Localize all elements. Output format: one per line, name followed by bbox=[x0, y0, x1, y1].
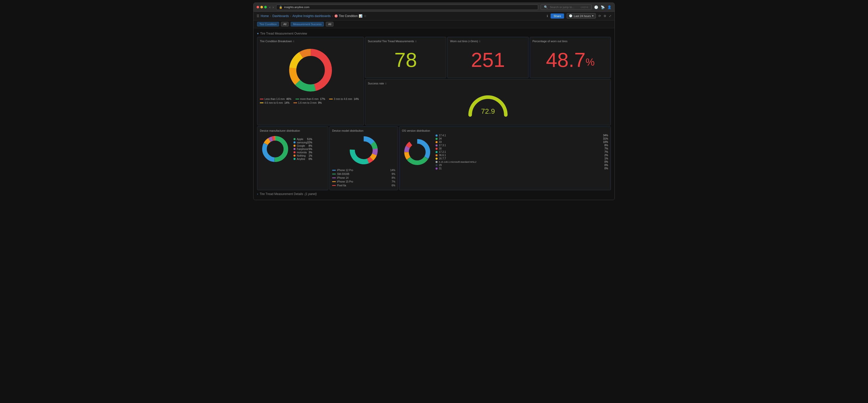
dashboards-link[interactable]: Dashboards bbox=[272, 14, 289, 18]
model-pct-5: 6% bbox=[392, 184, 395, 187]
filter-all-2[interactable]: All bbox=[326, 22, 334, 27]
percentage-worn-panel: Percentage of worn out tires 48.7 % bbox=[530, 37, 611, 78]
mfr-pct-samsung: 32% bbox=[307, 141, 312, 144]
model-color-3 bbox=[332, 177, 336, 178]
device-model-panel: Device model distribution bbox=[330, 126, 398, 190]
legend-color-5 bbox=[293, 102, 297, 103]
successful-measurements-value: 78 bbox=[368, 45, 443, 75]
mfr-pct-apple: 51% bbox=[307, 138, 312, 141]
os-legend: 17.4.1 34% 34 31% 33 10% 17.3.1 bbox=[436, 134, 608, 170]
mfr-dot-motorola bbox=[293, 151, 296, 153]
legend-item-2: more than 6 mm 17% bbox=[296, 98, 325, 100]
legend-item-5: 1.6 mm to 3 mm 9% bbox=[293, 101, 322, 104]
model-label-1: iPhone 12 Pro bbox=[337, 169, 353, 172]
mfr-inner bbox=[268, 141, 283, 157]
mfr-row-nothing: Nothing 1% bbox=[293, 154, 312, 157]
filter-tire-condition[interactable]: Tire Condition bbox=[257, 22, 279, 27]
browser-actions: 🕐 📡 👤 bbox=[594, 5, 612, 9]
os-row-9: 5.15.146.1-microsoft-standard-WSL2 0% bbox=[436, 160, 608, 164]
settings-icon[interactable]: ⚙ bbox=[603, 14, 606, 18]
sep1: › bbox=[270, 14, 271, 18]
legend-pct-2: 17% bbox=[320, 98, 325, 100]
star-icon[interactable]: ☆ bbox=[364, 14, 367, 18]
model-row-5: Pixel 6a 6% bbox=[332, 183, 395, 188]
mfr-dot-google bbox=[293, 145, 296, 147]
info-icon-breakdown[interactable]: ℹ bbox=[293, 40, 294, 43]
time-selector[interactable]: 🕐 Last 24 hours ▾ bbox=[567, 13, 596, 19]
tire-condition-breakdown-panel: Tire Condition Breakdown ℹ bbox=[257, 37, 364, 125]
os-row-8: 16.7.7 1% bbox=[436, 157, 608, 160]
os-row-5: 30 7% bbox=[436, 147, 608, 150]
os-row-3: 33 10% bbox=[436, 140, 608, 144]
overview-section-header[interactable]: ▾ Tire Tread Measurement Overview bbox=[257, 30, 611, 37]
history-icon[interactable]: 🕐 bbox=[594, 5, 598, 9]
model-donut bbox=[347, 134, 380, 167]
manufacturer-donut bbox=[260, 134, 290, 164]
search-bar[interactable]: 🔍 Search or jump to... cmd+k bbox=[541, 4, 592, 10]
refresh-icon[interactable]: ⟳ bbox=[598, 14, 601, 18]
back-icon[interactable]: ‹ bbox=[269, 5, 271, 9]
percentage-worn-title: Percentage of worn out tires bbox=[532, 40, 608, 43]
expand-icon[interactable]: ⤢ bbox=[609, 14, 612, 18]
chevron-right-icon: › bbox=[257, 192, 258, 196]
hamburger-icon[interactable]: ☰ bbox=[256, 14, 259, 18]
info-icon[interactable]: ℹ bbox=[547, 14, 548, 18]
mfr-label-anyline: Anyline bbox=[297, 158, 305, 161]
filter-all-1[interactable]: All bbox=[281, 22, 289, 27]
model-row-3: iPhone 14 8% bbox=[332, 176, 395, 180]
model-color-2 bbox=[332, 174, 336, 174]
details-section-header[interactable]: › Tire Tread Measurement Details (1 pane… bbox=[257, 190, 611, 198]
browser-toolbar: ‹ › 🔒 insights.anyline.com 🔍 Search or j… bbox=[253, 3, 615, 12]
info-icon-success[interactable]: ℹ bbox=[415, 40, 416, 43]
model-content: iPhone 12 Pro 14% SM-S918B 9% iPhone 14 … bbox=[332, 134, 395, 188]
chevron-down-icon: ▾ bbox=[592, 14, 594, 18]
gauge-chart: 72.9 bbox=[465, 90, 511, 120]
model-color-1 bbox=[332, 170, 336, 171]
legend-pct-5: 9% bbox=[318, 101, 322, 104]
os-row-10: 29 0% bbox=[436, 164, 608, 167]
info-icon-rate[interactable]: ℹ bbox=[385, 82, 386, 85]
feed-icon[interactable]: 📡 bbox=[601, 5, 605, 9]
legend-item-1: Less than 1.6 mm 46% bbox=[260, 98, 291, 100]
model-pct-1: 14% bbox=[390, 169, 395, 172]
os-version-title: OS version distribution bbox=[402, 129, 608, 132]
mfr-pct-google: 8% bbox=[309, 144, 312, 147]
url-bar[interactable]: 🔒 insights.anyline.com bbox=[276, 5, 538, 10]
share-button[interactable]: Share bbox=[551, 13, 564, 19]
tire-condition-breakdown-title: Tire Condition Breakdown ℹ bbox=[260, 40, 361, 43]
lock-icon: 🔒 bbox=[279, 6, 283, 9]
mfr-label-nothing: Nothing bbox=[297, 154, 306, 157]
gauge-value-text: 72.9 bbox=[481, 107, 495, 115]
mfr-dot-apple bbox=[293, 138, 296, 140]
percentage-sign: % bbox=[585, 54, 595, 70]
info-icon-worn[interactable]: ℹ bbox=[479, 40, 480, 43]
filter-measurement-success[interactable]: Measurement Success bbox=[291, 22, 324, 27]
model-color-4 bbox=[332, 181, 336, 182]
search-icon: 🔍 bbox=[544, 5, 548, 9]
main-content: ▾ Tire Tread Measurement Overview Tire C… bbox=[253, 28, 615, 200]
nav-bar: ☰ Home › Dashboards › Anyline Insights d… bbox=[253, 12, 615, 20]
mfr-row-motorola: motorola 3% bbox=[293, 151, 312, 154]
model-pct-4: 7% bbox=[392, 180, 395, 183]
sep2: › bbox=[290, 14, 291, 18]
page-title-breadcrumb: 🎯 Tire Condition 📊 bbox=[334, 14, 363, 18]
model-label-4: iPhone 15 Pro bbox=[337, 180, 353, 183]
legend-color-4 bbox=[260, 102, 264, 103]
mfr-dot-nothing bbox=[293, 155, 296, 157]
mfr-dot-samsung bbox=[293, 141, 296, 143]
mfr-dot-anyline bbox=[293, 158, 296, 160]
worn-out-title: Worn out tires (<3mm) ℹ bbox=[450, 40, 526, 43]
legend-item-4: 4.6 mm to 6 mm 14% bbox=[260, 101, 289, 104]
os-inner bbox=[409, 144, 425, 160]
os-version-panel: OS version distribution 17.4.1 34% bbox=[399, 126, 611, 190]
mfr-row-samsung: samsung 32% bbox=[293, 141, 312, 144]
anyline-link[interactable]: Anyline Insights dashboards bbox=[292, 14, 331, 18]
mfr-pct-nothing: 1% bbox=[309, 154, 312, 157]
nav-arrows: ‹ › bbox=[269, 5, 274, 9]
device-manufacturer-title: Device manufacturer distribution bbox=[260, 129, 326, 132]
model-pct-2: 9% bbox=[392, 173, 395, 175]
profile-icon[interactable]: 👤 bbox=[607, 5, 612, 9]
forward-icon[interactable]: › bbox=[273, 5, 274, 9]
home-link[interactable]: Home bbox=[261, 14, 269, 18]
manufacturer-content: Apple 51% samsung 32% Google 8% Fairph bbox=[260, 134, 326, 164]
